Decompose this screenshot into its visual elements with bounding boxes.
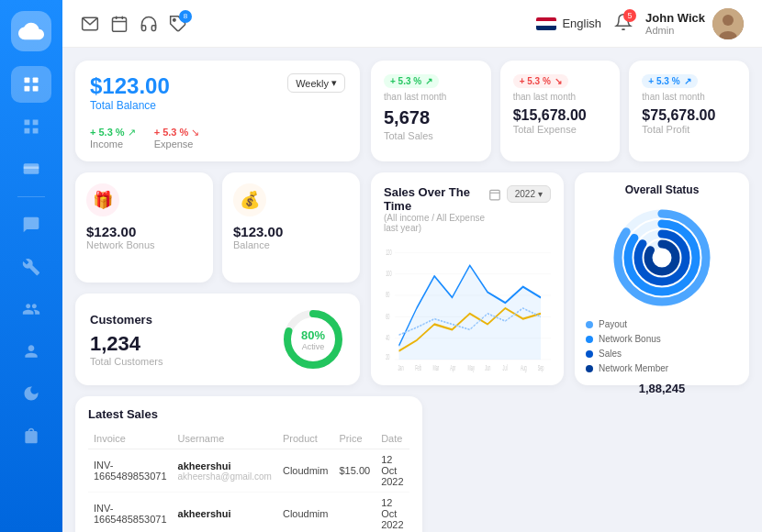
tag-badge: 8 xyxy=(179,10,192,23)
donut-chart: 80% Active xyxy=(281,307,345,371)
expense-badge: + 5.3 % ↘ xyxy=(513,74,568,88)
col-username: Username xyxy=(173,428,277,449)
filter-label: 2022 xyxy=(515,189,535,199)
network-member-label: Network Member xyxy=(599,363,668,373)
network-bonus-amount: $123.00 xyxy=(86,224,202,239)
calendar-small-icon xyxy=(488,188,501,201)
weekly-button[interactable]: Weekly ▾ xyxy=(287,73,345,93)
user-role: Admin xyxy=(645,25,705,36)
balance-bonus-amount: $123.00 xyxy=(233,224,349,239)
svg-text:80: 80 xyxy=(386,291,390,299)
dashboard: $123.00 Total Balance Weekly ▾ + 5.3 % ↗… xyxy=(62,48,762,532)
cell-product-1: Cloudmim xyxy=(277,493,334,533)
sidebar-logo[interactable] xyxy=(11,11,51,51)
svg-text:40: 40 xyxy=(386,333,390,341)
profit-than: than last month xyxy=(642,92,736,102)
sidebar-item-bag[interactable] xyxy=(11,417,51,454)
sales-badge: + 5.3 % ↗ xyxy=(384,74,439,88)
income-change: + 5.3 % xyxy=(90,127,125,138)
notification-badge: 5 xyxy=(623,9,636,22)
svg-text:Jul: Jul xyxy=(503,363,508,371)
table-header: Invoice Username Product Price Date xyxy=(88,428,409,449)
sales-than: than last month xyxy=(384,92,478,102)
flag-icon xyxy=(536,17,556,30)
sidebar-item-users[interactable] xyxy=(11,291,51,327)
income-label: Income xyxy=(90,139,136,150)
sidebar xyxy=(0,0,62,532)
chat-icon xyxy=(22,216,40,234)
chart-title-group: Sales Over The Time (All income / All Ex… xyxy=(384,185,488,233)
moon-icon xyxy=(22,384,40,403)
balance-bonus-card: 💰 $123.00 Balance xyxy=(222,172,360,283)
user-text: John Wick Admin xyxy=(645,11,705,36)
expense-badge-text: + 5.3 % xyxy=(520,76,551,86)
cell-product-0: Cloudmim xyxy=(277,449,334,493)
sidebar-item-chat[interactable] xyxy=(11,206,51,243)
svg-text:May: May xyxy=(468,363,476,372)
svg-point-11 xyxy=(174,18,176,21)
latest-sales-table: Invoice Username Product Price Date INV-… xyxy=(88,428,409,532)
overall-title: Overall Status xyxy=(586,183,738,196)
stats-row: + 5.3 % ↗ than last month 5,678 Total Sa… xyxy=(371,61,749,161)
notification-button[interactable]: 5 xyxy=(614,13,633,35)
person-icon xyxy=(22,342,40,360)
sales-badge-text: + 5.3 % xyxy=(390,76,421,86)
sidebar-item-settings[interactable] xyxy=(11,249,51,285)
chart-filter-button[interactable]: 2022 ▾ xyxy=(507,185,551,203)
svg-point-13 xyxy=(723,15,734,26)
card-icon xyxy=(22,160,40,178)
wrench-icon xyxy=(22,258,40,276)
svg-rect-2 xyxy=(25,86,30,92)
cell-user-1: akheershui xyxy=(173,493,277,533)
network-bonus-card: 🎁 $123.00 Network Bonus xyxy=(75,172,213,283)
tag-icon[interactable]: 8 xyxy=(169,15,187,33)
avatar-icon xyxy=(712,8,744,39)
mail-icon[interactable] xyxy=(81,15,99,33)
expense-label: Expense xyxy=(154,139,200,150)
cell-invoice-0: INV-1665489853071 xyxy=(88,449,173,493)
balance-card: $123.00 Total Balance Weekly ▾ + 5.3 % ↗… xyxy=(75,61,360,161)
sidebar-item-grid[interactable] xyxy=(11,108,51,145)
sales-leg-label: Sales xyxy=(599,349,622,359)
payout-label: Payout xyxy=(599,319,627,329)
donut-active: Active xyxy=(301,342,325,351)
sidebar-item-card[interactable] xyxy=(11,150,51,187)
cell-date-1: 12 Oct 2022 xyxy=(375,493,409,533)
bag-icon xyxy=(22,427,40,445)
svg-rect-15 xyxy=(490,190,500,200)
chart-area: 120 100 80 60 40 20 xyxy=(384,244,551,372)
svg-text:Aug: Aug xyxy=(521,363,527,372)
sales-chart-card: Sales Over The Time (All income / All Ex… xyxy=(371,172,564,385)
customers-left: Customers 1,234 Total Customers xyxy=(90,313,162,367)
language-selector[interactable]: English xyxy=(536,17,601,30)
balance-sub: + 5.3 % ↗ Income + 5.3 % ↘ Expense xyxy=(90,127,345,150)
bottom-section: Latest Sales Invoice Username Product Pr… xyxy=(75,396,749,515)
profit-badge: + 5.3 % ↗ xyxy=(642,74,697,88)
donut-label: 80% Active xyxy=(301,328,325,351)
legend-network-member: Network Member xyxy=(586,363,738,373)
chart-controls: 2022 ▾ xyxy=(488,185,551,203)
stat-card-expense: + 5.3 % ↘ than last month $15,678.00 Tot… xyxy=(500,61,621,161)
sidebar-item-profile[interactable] xyxy=(11,333,51,370)
svg-rect-1 xyxy=(33,78,39,83)
balance-label: Total Balance xyxy=(90,99,170,112)
expense-value: $15,678.00 xyxy=(513,107,608,124)
stat-card-sales: + 5.3 % ↗ than last month 5,678 Total Sa… xyxy=(371,61,491,161)
cell-user-0: akheershui akheersha@gmail.com xyxy=(173,449,277,493)
user-info[interactable]: John Wick Admin xyxy=(645,8,744,39)
headphone-icon[interactable] xyxy=(140,15,158,33)
username-main-1: akheershui xyxy=(178,508,272,519)
svg-rect-7 xyxy=(113,17,127,31)
network-bonus-label: Network Bonus xyxy=(86,239,202,250)
legend-payout: Payout xyxy=(586,319,738,329)
cell-date-0: 12 Oct 2022 xyxy=(375,449,409,493)
sidebar-item-dashboard[interactable] xyxy=(11,66,51,103)
expense-than: than last month xyxy=(513,92,608,102)
cloud-icon xyxy=(18,18,44,44)
svg-text:Jan: Jan xyxy=(398,363,403,371)
users-icon xyxy=(22,300,40,318)
sales-value: 5,678 xyxy=(384,107,478,128)
calendar-icon[interactable] xyxy=(110,15,129,33)
sidebar-item-theme[interactable] xyxy=(11,375,51,412)
profit-badge-text: + 5.3 % xyxy=(648,76,679,86)
